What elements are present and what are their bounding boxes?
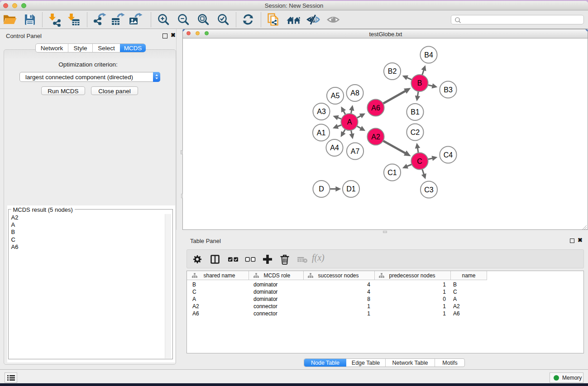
svg-text:D: D [319,185,324,193]
svg-text:A8: A8 [350,89,359,97]
svg-text:B4: B4 [424,51,433,58]
svg-text:B3: B3 [444,86,453,93]
svg-text:A3: A3 [317,108,326,115]
svg-text:A5: A5 [331,92,340,100]
svg-text:B: B [417,79,422,87]
svg-text:A1: A1 [317,129,326,136]
svg-text:A: A [347,118,352,126]
svg-text:B2: B2 [388,67,397,75]
svg-text:B1: B1 [411,108,420,116]
svg-text:A7: A7 [351,147,360,155]
svg-text:C1: C1 [387,168,397,176]
svg-text:C: C [417,157,422,165]
svg-text:D1: D1 [346,185,356,193]
svg-text:A6: A6 [371,104,380,111]
svg-text:C4: C4 [444,151,453,158]
svg-text:C2: C2 [411,128,420,136]
svg-text:A2: A2 [371,133,380,140]
svg-text:A4: A4 [330,144,339,152]
svg-text:C3: C3 [424,186,434,193]
